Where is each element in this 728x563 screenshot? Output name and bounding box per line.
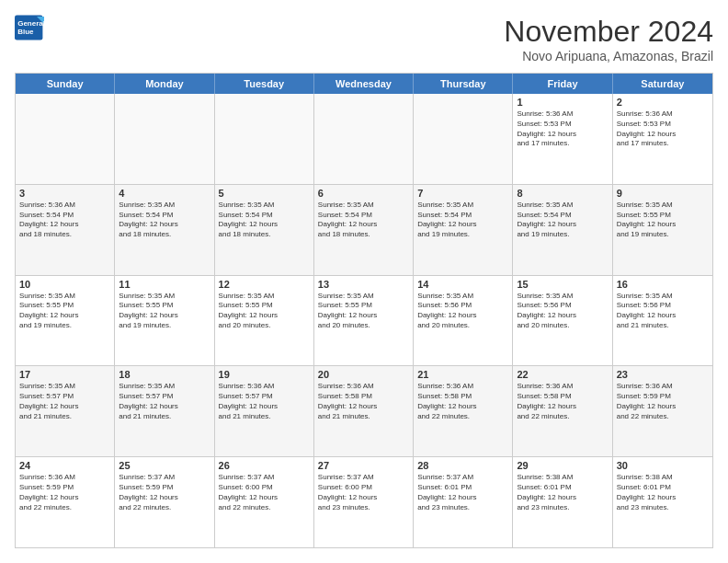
day-number: 5: [219, 188, 310, 199]
day-cell-11: 11Sunrise: 5:35 AM Sunset: 5:55 PM Dayli…: [115, 276, 214, 366]
empty-cell: [314, 94, 414, 184]
day-cell-23: 23Sunrise: 5:36 AM Sunset: 5:59 PM Dayli…: [613, 366, 712, 456]
day-number: 2: [617, 97, 709, 108]
day-cell-30: 30Sunrise: 5:38 AM Sunset: 6:01 PM Dayli…: [613, 457, 712, 547]
week-row-3: 17Sunrise: 5:35 AM Sunset: 5:57 PM Dayli…: [16, 366, 712, 457]
month-title: November 2024: [504, 15, 713, 49]
day-cell-20: 20Sunrise: 5:36 AM Sunset: 5:58 PM Dayli…: [314, 366, 414, 456]
day-number: 17: [19, 369, 110, 380]
day-number: 15: [517, 279, 608, 290]
cell-info: Sunrise: 5:36 AM Sunset: 5:59 PM Dayligh…: [617, 382, 709, 421]
header-day-tuesday: Tuesday: [215, 74, 314, 94]
header-day-thursday: Thursday: [414, 74, 513, 94]
cell-info: Sunrise: 5:35 AM Sunset: 5:56 PM Dayligh…: [417, 292, 508, 331]
day-number: 18: [119, 369, 210, 380]
day-number: 28: [417, 460, 508, 471]
day-cell-25: 25Sunrise: 5:37 AM Sunset: 5:59 PM Dayli…: [115, 457, 214, 547]
cell-info: Sunrise: 5:36 AM Sunset: 5:53 PM Dayligh…: [617, 109, 709, 149]
day-number: 27: [318, 460, 409, 471]
day-cell-1: 1Sunrise: 5:36 AM Sunset: 5:53 PM Daylig…: [513, 94, 612, 184]
svg-text:General: General: [17, 19, 44, 28]
cell-info: Sunrise: 5:37 AM Sunset: 6:00 PM Dayligh…: [318, 473, 409, 512]
day-number: 7: [417, 188, 508, 199]
day-cell-18: 18Sunrise: 5:35 AM Sunset: 5:57 PM Dayli…: [115, 366, 214, 456]
day-number: 22: [517, 369, 608, 380]
day-cell-6: 6Sunrise: 5:35 AM Sunset: 5:54 PM Daylig…: [314, 185, 414, 275]
day-cell-17: 17Sunrise: 5:35 AM Sunset: 5:57 PM Dayli…: [16, 366, 115, 456]
logo-icon: General Blue: [15, 15, 44, 40]
day-cell-12: 12Sunrise: 5:35 AM Sunset: 5:55 PM Dayli…: [215, 276, 314, 366]
day-cell-3: 3Sunrise: 5:36 AM Sunset: 5:54 PM Daylig…: [16, 185, 115, 275]
week-row-4: 24Sunrise: 5:36 AM Sunset: 5:59 PM Dayli…: [16, 457, 712, 547]
day-number: 10: [19, 279, 110, 290]
day-cell-10: 10Sunrise: 5:35 AM Sunset: 5:55 PM Dayli…: [16, 276, 115, 366]
empty-cell: [115, 94, 214, 184]
cell-info: Sunrise: 5:35 AM Sunset: 5:55 PM Dayligh…: [318, 292, 409, 331]
day-number: 16: [617, 279, 709, 290]
day-cell-9: 9Sunrise: 5:35 AM Sunset: 5:55 PM Daylig…: [613, 185, 712, 275]
day-number: 14: [417, 279, 508, 290]
cell-info: Sunrise: 5:36 AM Sunset: 5:58 PM Dayligh…: [318, 382, 409, 421]
cell-info: Sunrise: 5:35 AM Sunset: 5:56 PM Dayligh…: [617, 292, 709, 331]
cell-info: Sunrise: 5:35 AM Sunset: 5:54 PM Dayligh…: [219, 201, 310, 240]
day-cell-4: 4Sunrise: 5:35 AM Sunset: 5:54 PM Daylig…: [115, 185, 214, 275]
day-cell-19: 19Sunrise: 5:36 AM Sunset: 5:57 PM Dayli…: [215, 366, 314, 456]
empty-cell: [16, 94, 115, 184]
cell-info: Sunrise: 5:35 AM Sunset: 5:55 PM Dayligh…: [119, 292, 210, 331]
header-day-wednesday: Wednesday: [314, 74, 414, 94]
day-cell-24: 24Sunrise: 5:36 AM Sunset: 5:59 PM Dayli…: [16, 457, 115, 547]
day-number: 4: [119, 188, 210, 199]
cell-info: Sunrise: 5:36 AM Sunset: 5:57 PM Dayligh…: [219, 382, 310, 421]
page: General Blue November 2024 Novo Aripuana…: [0, 0, 728, 563]
cell-info: Sunrise: 5:36 AM Sunset: 5:58 PM Dayligh…: [517, 382, 608, 421]
week-row-2: 10Sunrise: 5:35 AM Sunset: 5:55 PM Dayli…: [16, 276, 712, 367]
cell-info: Sunrise: 5:35 AM Sunset: 5:54 PM Dayligh…: [417, 201, 508, 240]
calendar-header: SundayMondayTuesdayWednesdayThursdayFrid…: [16, 74, 712, 94]
day-cell-26: 26Sunrise: 5:37 AM Sunset: 6:00 PM Dayli…: [215, 457, 314, 547]
logo: General Blue: [15, 15, 44, 40]
cell-info: Sunrise: 5:35 AM Sunset: 5:56 PM Dayligh…: [517, 292, 608, 331]
day-cell-2: 2Sunrise: 5:36 AM Sunset: 5:53 PM Daylig…: [613, 94, 712, 184]
day-number: 20: [318, 369, 409, 380]
cell-info: Sunrise: 5:35 AM Sunset: 5:57 PM Dayligh…: [19, 382, 110, 421]
cell-info: Sunrise: 5:36 AM Sunset: 5:54 PM Dayligh…: [19, 201, 110, 240]
day-number: 3: [19, 188, 110, 199]
day-number: 13: [318, 279, 409, 290]
cell-info: Sunrise: 5:36 AM Sunset: 5:59 PM Dayligh…: [19, 473, 110, 512]
cell-info: Sunrise: 5:36 AM Sunset: 5:53 PM Dayligh…: [517, 109, 608, 149]
header-day-friday: Friday: [513, 74, 612, 94]
week-row-1: 3Sunrise: 5:36 AM Sunset: 5:54 PM Daylig…: [16, 185, 712, 276]
day-number: 11: [119, 279, 210, 290]
cell-info: Sunrise: 5:35 AM Sunset: 5:55 PM Dayligh…: [219, 292, 310, 331]
day-cell-5: 5Sunrise: 5:35 AM Sunset: 5:54 PM Daylig…: [215, 185, 314, 275]
title-area: November 2024 Novo Aripuana, Amazonas, B…: [504, 15, 713, 63]
day-number: 21: [417, 369, 508, 380]
cell-info: Sunrise: 5:37 AM Sunset: 5:59 PM Dayligh…: [119, 473, 210, 512]
day-cell-27: 27Sunrise: 5:37 AM Sunset: 6:00 PM Dayli…: [314, 457, 414, 547]
header-day-saturday: Saturday: [613, 74, 712, 94]
day-number: 23: [617, 369, 709, 380]
day-cell-28: 28Sunrise: 5:37 AM Sunset: 6:01 PM Dayli…: [414, 457, 513, 547]
day-number: 19: [219, 369, 310, 380]
day-cell-7: 7Sunrise: 5:35 AM Sunset: 5:54 PM Daylig…: [414, 185, 513, 275]
cell-info: Sunrise: 5:35 AM Sunset: 5:54 PM Dayligh…: [318, 201, 409, 240]
calendar: SundayMondayTuesdayWednesdayThursdayFrid…: [15, 73, 713, 548]
empty-cell: [215, 94, 314, 184]
header-day-monday: Monday: [115, 74, 214, 94]
day-cell-15: 15Sunrise: 5:35 AM Sunset: 5:56 PM Dayli…: [513, 276, 612, 366]
day-number: 30: [617, 460, 709, 471]
day-number: 9: [617, 188, 709, 199]
day-cell-29: 29Sunrise: 5:38 AM Sunset: 6:01 PM Dayli…: [513, 457, 612, 547]
cell-info: Sunrise: 5:38 AM Sunset: 6:01 PM Dayligh…: [617, 473, 709, 512]
day-cell-21: 21Sunrise: 5:36 AM Sunset: 5:58 PM Dayli…: [414, 366, 513, 456]
day-number: 26: [219, 460, 310, 471]
day-number: 8: [517, 188, 608, 199]
cell-info: Sunrise: 5:36 AM Sunset: 5:58 PM Dayligh…: [417, 382, 508, 421]
cell-info: Sunrise: 5:37 AM Sunset: 6:01 PM Dayligh…: [417, 473, 508, 512]
week-row-0: 1Sunrise: 5:36 AM Sunset: 5:53 PM Daylig…: [16, 94, 712, 185]
cell-info: Sunrise: 5:38 AM Sunset: 6:01 PM Dayligh…: [517, 473, 608, 512]
cell-info: Sunrise: 5:35 AM Sunset: 5:57 PM Dayligh…: [119, 382, 210, 421]
cell-info: Sunrise: 5:35 AM Sunset: 5:55 PM Dayligh…: [617, 201, 709, 240]
day-number: 25: [119, 460, 210, 471]
cell-info: Sunrise: 5:35 AM Sunset: 5:55 PM Dayligh…: [19, 292, 110, 331]
